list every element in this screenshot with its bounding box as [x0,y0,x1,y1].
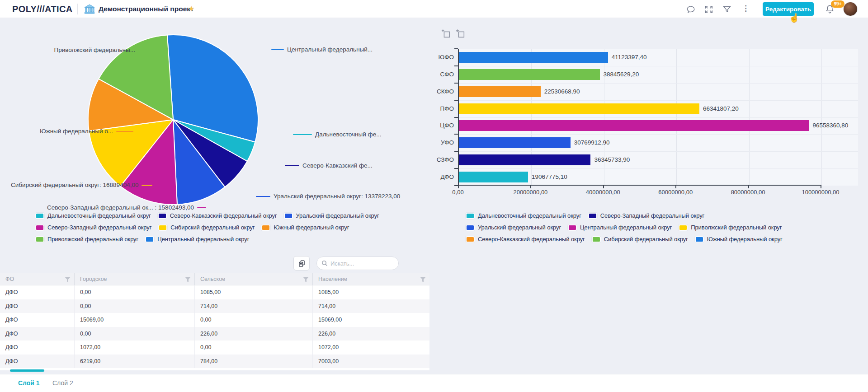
more-options-icon[interactable]: ⋮ [742,4,750,13]
table-body: ДФО0,001085,001085,00ДФО0,00714,00714,00… [0,285,429,368]
header: POLY///ATICA Демонстрационный проект ★ ⋮… [0,0,868,18]
x-axis-label: 20000000,00 [513,189,547,196]
table-cell: ДФО [0,285,75,299]
callout-line [271,49,284,50]
column-filter-icon[interactable] [185,277,191,282]
legend-swatch [35,236,44,243]
fullscreen-icon[interactable] [704,5,714,14]
legend-label: Центральный федеральный округ [157,236,249,243]
legend-label: Приволжский федеральный округ [47,236,138,243]
column-header-ФО[interactable]: ФО [0,273,75,285]
bar-УФО[interactable] [459,137,571,148]
legend-item[interactable]: Сибирский федеральный округ [158,224,255,231]
table-row[interactable]: ДФО1072,000,001072,00 [0,341,429,355]
bar-value-label: 19067775,10 [532,172,567,182]
bar-ЮФО[interactable] [459,52,608,63]
legend-item[interactable]: Центральный федеральный округ [145,236,249,243]
column-filter-icon[interactable] [420,277,426,282]
page-title: Демонстрационный проект [99,5,194,13]
legend-label: Приволжский федеральный округ [691,224,782,231]
legend-label: Дальневосточный федеральный округ [47,212,151,219]
tab-layer-2[interactable]: Слой 2 [52,379,73,387]
filter-icon[interactable] [722,5,732,14]
column-filter-icon[interactable] [65,277,71,282]
table-row[interactable]: ДФО15069,000,0015069,00 [0,313,429,327]
bar-value-label: 30769912,90 [574,137,610,148]
y-axis-tick [454,65,458,66]
layer-tabs-bar: Слой 1Слой 2 [0,374,868,392]
table-row[interactable]: ДФО0,001085,001085,00 [0,285,429,299]
column-header-Население[interactable]: Население [313,273,429,285]
bar-ПФО[interactable] [459,103,699,114]
legend-item[interactable]: Северо-Кавказский федеральный округ [158,212,277,219]
horizontal-scrollbar-thumb[interactable] [10,369,44,372]
bar-ЦФО[interactable] [459,120,809,131]
table-cell: ДФО [0,327,75,341]
legend-item[interactable]: Дальневосточный федеральный округ [35,212,151,219]
pie-callout: Центральный федеральный... [271,46,373,53]
bar-СЗФО[interactable] [459,154,590,165]
pie-callout: Уральский федеральный округ: 13378223,00 [256,193,400,200]
row-separator [459,83,858,84]
reset-selection-icon[interactable] [456,29,466,39]
column-filter-icon[interactable] [303,277,309,282]
column-header-Городское[interactable]: Городское [75,273,195,285]
legend-label: Сибирский федеральный округ [170,224,255,231]
column-header-Сельское[interactable]: Сельское [195,273,313,285]
search-icon [321,260,328,266]
legend-item[interactable]: Дальневосточный федеральный округ [466,212,581,219]
legend-item[interactable]: Приволжский федеральный округ [35,236,138,243]
row-separator [459,117,858,118]
bar-legend: Дальневосточный федеральный округСеверо-… [466,212,783,243]
bar-СФО[interactable] [459,69,600,80]
legend-item[interactable]: Северо-Западный федеральный округ [588,212,704,219]
x-axis-tickmark [675,186,676,188]
category-label: СЗФО [424,156,454,163]
column-title: ФО [5,276,14,282]
search-input[interactable] [330,260,389,267]
table-row[interactable]: ДФО0,00226,00226,00 [0,327,429,341]
bar-СКФО[interactable] [459,86,541,97]
legend-item[interactable]: Южный федеральный округ [695,236,783,243]
comment-icon[interactable] [686,5,696,14]
legend-label: Северо-Кавказский федеральный округ [170,212,277,219]
legend-item[interactable]: Сибирский федеральный округ [592,236,688,243]
callout-line [142,185,152,186]
legend-item[interactable]: Уральский федеральный округ [284,212,379,219]
edit-button[interactable]: Редактировать [763,2,814,16]
polymatica-logo[interactable]: POLY///ATICA [12,4,73,14]
pie-callout: Сибирский федеральный округ: 16889404,00 [11,182,152,188]
legend-swatch [145,236,154,243]
legend-item[interactable]: Уральский федеральный округ [466,224,561,231]
table-cell: 226,00 [313,327,429,341]
table-row[interactable]: ДФО0,00714,00714,00 [0,299,429,313]
x-axis-tickmark [530,186,531,188]
pie-callout: Северо-Западный федеральный ок... : 1580… [47,204,206,211]
x-axis-label: 100000000,00 [802,189,839,196]
legend-row: Дальневосточный федеральный округСеверо-… [35,212,379,219]
callout-line [285,165,299,166]
legend-swatch [592,236,601,243]
legend-item[interactable]: Северо-Западный федеральный округ [35,224,151,231]
legend-label: Северо-Кавказский федеральный округ [478,236,585,243]
column-title: Городское [80,276,107,282]
column-title: Сельское [200,276,225,282]
header-divider [77,4,78,14]
x-axis-tickmark [458,186,459,188]
legend-row: Северо-Западный федеральный округСибирск… [35,224,379,231]
table-cell: 0,00 [195,313,313,327]
legend-item[interactable]: Южный федеральный округ [261,224,349,231]
legend-swatch [261,224,270,231]
legend-item[interactable]: Приволжский федеральный округ [679,224,782,231]
table-row[interactable]: ДФО6219,00784,007003,00 [0,355,429,369]
legend-item[interactable]: Центральный федеральный округ [568,224,672,231]
zoom-selection-icon[interactable] [441,29,451,39]
legend-swatch [466,236,475,243]
copy-table-button[interactable] [293,256,310,271]
favorite-star-icon[interactable]: ★ [188,4,194,13]
avatar[interactable] [844,2,857,16]
bar-ДФО[interactable] [459,172,528,182]
legend-item[interactable]: Северо-Кавказский федеральный округ [466,236,585,243]
tab-layer-1[interactable]: Слой 1 [18,379,40,387]
table-cell: 784,00 [195,355,313,369]
